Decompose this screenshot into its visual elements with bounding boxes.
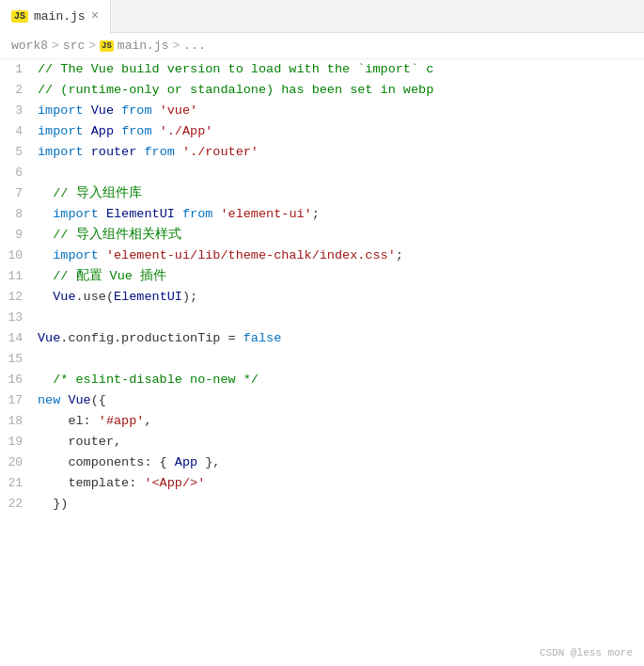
token-plain bbox=[84, 124, 91, 138]
breadcrumb-js-icon: JS bbox=[100, 40, 114, 52]
line-code: // 导入组件相关样式 bbox=[38, 225, 644, 246]
token-plain: }, bbox=[197, 455, 220, 469]
code-line-4: 4import App from './App' bbox=[0, 121, 644, 142]
token-plain bbox=[99, 207, 106, 221]
token-string: 'element-ui/lib/theme-chalk/index.css' bbox=[106, 248, 396, 262]
token-kw: from bbox=[121, 124, 151, 138]
token-comment: // 配置 Vue 插件 bbox=[38, 269, 166, 283]
token-kw-false: false bbox=[243, 331, 282, 345]
token-name: ElementUI bbox=[114, 290, 182, 304]
token-name: Vue bbox=[68, 393, 90, 407]
code-line-1: 1// The Vue build version to load with t… bbox=[0, 59, 644, 80]
token-kw: from bbox=[182, 207, 212, 221]
tab-bar: JS main.js × bbox=[0, 0, 644, 33]
code-lines: 1// The Vue build version to load with t… bbox=[0, 59, 644, 515]
line-number: 12 bbox=[0, 287, 38, 308]
token-comment: // The Vue build version to load with th… bbox=[38, 62, 433, 76]
token-plain bbox=[84, 103, 91, 118]
token-plain bbox=[152, 124, 160, 138]
token-plain bbox=[38, 290, 53, 304]
line-number: 6 bbox=[0, 163, 38, 183]
token-string: 'element-ui' bbox=[220, 207, 311, 221]
breadcrumb-sep-3: > bbox=[172, 39, 180, 53]
breadcrumb: work8 > src > JS main.js > ... bbox=[0, 33, 644, 59]
token-string: './App' bbox=[160, 124, 213, 138]
code-line-17: 17new Vue({ bbox=[0, 390, 644, 411]
tab-filename: main.js bbox=[34, 9, 86, 24]
token-plain: ; bbox=[396, 248, 403, 262]
code-line-2: 2// (runtime-only or standalone) has bee… bbox=[0, 80, 644, 101]
token-string: '#app' bbox=[99, 414, 145, 428]
line-code: // 导入组件库 bbox=[38, 183, 644, 204]
line-code: }) bbox=[38, 494, 644, 515]
line-number: 2 bbox=[0, 80, 38, 101]
watermark: CSDN @less more bbox=[540, 647, 633, 658]
line-code: import Vue from 'vue' bbox=[38, 101, 644, 121]
token-plain: .config.productionTip = bbox=[60, 331, 243, 345]
token-kw: new bbox=[38, 393, 60, 407]
line-number: 19 bbox=[0, 432, 38, 452]
token-kw: import bbox=[38, 207, 99, 221]
token-kw: import bbox=[38, 145, 84, 159]
line-code: new Vue({ bbox=[38, 390, 644, 411]
line-number: 21 bbox=[0, 473, 38, 494]
token-name: ElementUI bbox=[106, 207, 175, 221]
code-line-8: 8 import ElementUI from 'element-ui'; bbox=[0, 204, 644, 225]
line-code: Vue.use(ElementUI); bbox=[38, 287, 644, 308]
line-code: components: { App }, bbox=[38, 452, 644, 473]
code-line-10: 10 import 'element-ui/lib/theme-chalk/in… bbox=[0, 246, 644, 266]
token-kw: from bbox=[144, 145, 174, 159]
line-code: // The Vue build version to load with th… bbox=[38, 59, 644, 80]
code-line-13: 13 bbox=[0, 308, 644, 328]
line-code: Vue.config.productionTip = false bbox=[38, 328, 644, 349]
close-tab-icon[interactable]: × bbox=[91, 8, 99, 24]
token-comment: // 导入组件库 bbox=[38, 186, 142, 200]
token-kw: from bbox=[121, 103, 151, 118]
line-code: template: '<App/>' bbox=[38, 473, 644, 494]
line-number: 5 bbox=[0, 142, 38, 163]
token-plain: template: bbox=[38, 476, 144, 490]
breadcrumb-sep-1: > bbox=[52, 39, 59, 53]
code-line-3: 3import Vue from 'vue' bbox=[0, 101, 644, 121]
line-number: 9 bbox=[0, 225, 38, 246]
token-kw: import bbox=[38, 103, 84, 118]
token-plain bbox=[152, 103, 160, 118]
code-line-14: 14Vue.config.productionTip = false bbox=[0, 328, 644, 349]
code-line-6: 6 bbox=[0, 163, 644, 183]
token-string: 'vue' bbox=[160, 103, 198, 118]
token-plain bbox=[84, 145, 91, 159]
breadcrumb-dots: ... bbox=[183, 39, 205, 53]
line-number: 7 bbox=[0, 183, 38, 204]
line-number: 16 bbox=[0, 370, 38, 390]
line-code: import 'element-ui/lib/theme-chalk/index… bbox=[38, 246, 644, 266]
token-comment: // 导入组件相关样式 bbox=[38, 228, 181, 242]
token-name: router bbox=[91, 145, 137, 159]
token-block-comment: /* eslint-disable no-new */ bbox=[38, 373, 259, 387]
code-line-18: 18 el: '#app', bbox=[0, 411, 644, 432]
code-line-19: 19 router, bbox=[0, 432, 644, 452]
line-number: 20 bbox=[0, 452, 38, 473]
breadcrumb-filename: main.js bbox=[118, 39, 169, 53]
token-plain: , bbox=[144, 414, 151, 428]
token-plain bbox=[175, 207, 182, 221]
token-kw: import bbox=[38, 124, 84, 138]
token-string: '<App/>' bbox=[144, 476, 205, 490]
tab-main-js[interactable]: JS main.js × bbox=[0, 0, 111, 33]
line-number: 10 bbox=[0, 246, 38, 266]
line-code: // (runtime-only or standalone) has been… bbox=[38, 80, 644, 101]
code-line-21: 21 template: '<App/>' bbox=[0, 473, 644, 494]
token-name: Vue bbox=[91, 103, 114, 118]
token-string: './router' bbox=[182, 145, 259, 159]
line-number: 13 bbox=[0, 308, 38, 328]
line-code: el: '#app', bbox=[38, 411, 644, 432]
code-line-16: 16 /* eslint-disable no-new */ bbox=[0, 370, 644, 390]
line-number: 3 bbox=[0, 101, 38, 121]
token-plain: ); bbox=[182, 290, 197, 304]
breadcrumb-sep-2: > bbox=[88, 39, 96, 53]
line-number: 4 bbox=[0, 121, 38, 142]
token-name: Vue bbox=[53, 290, 75, 304]
line-code: import ElementUI from 'element-ui'; bbox=[38, 204, 644, 225]
line-code: router, bbox=[38, 432, 644, 452]
breadcrumb-work8: work8 bbox=[11, 39, 48, 53]
line-number: 8 bbox=[0, 204, 38, 225]
